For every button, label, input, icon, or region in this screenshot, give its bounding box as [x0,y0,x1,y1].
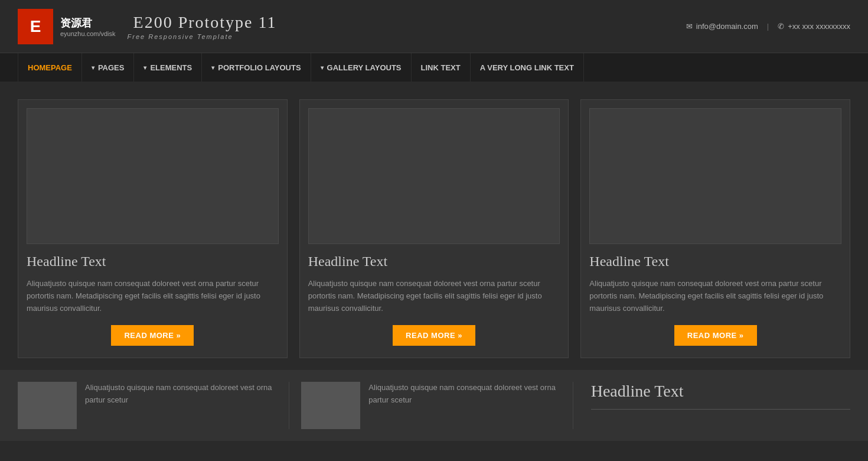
bottom-col-2-text: Aliquatjusto quisque nam consequat dolor… [368,382,560,407]
logo-icon: E [18,9,53,44]
bottom-headline: Headline Text [591,382,850,401]
card-3-read-more-button[interactable]: READ MORE » [674,325,757,346]
nav-pages[interactable]: ▾ PAGES [82,53,135,82]
card-2: Headline Text Aliquatjusto quisque nam c… [299,99,569,358]
card-3-text: Aliquatjusto quisque nam consequat dolor… [589,278,841,314]
card-2-text: Aliquatjusto quisque nam consequat dolor… [308,278,560,314]
contact-divider: | [767,22,769,31]
email-contact: ✉ info@domain.com [686,22,758,31]
pages-arrow: ▾ [92,64,94,71]
nav-link-text[interactable]: LINK TEXT [412,53,471,82]
bottom-col-1-text: Aliquatjusto quisque nam consequat dolor… [85,382,277,407]
logo-chinese: 资源君 [60,16,116,30]
card-2-read-more-button[interactable]: READ MORE » [393,325,475,346]
logo-area: E 资源君 eyunzhu.com/vdisk E200 Prototype 1… [18,9,277,44]
nav-long-link[interactable]: A VERY LONG LINK TEXT [471,53,584,82]
card-2-footer: READ MORE » [308,325,560,346]
header-contact: ✉ info@domain.com | ✆ +xx xxx xxxxxxxxx [686,22,850,31]
card-1: Headline Text Aliquatjusto quisque nam c… [18,99,288,358]
card-3-headline: Headline Text [589,254,841,270]
logo-domain: eyunzhu.com/vdisk [60,30,116,37]
portfolio-arrow: ▾ [211,64,214,71]
bottom-divider [591,409,850,410]
elements-arrow: ▾ [143,64,146,71]
card-3-image [589,108,841,244]
cards-row: Headline Text Aliquatjusto quisque nam c… [18,99,850,358]
bottom-section: Aliquatjusto quisque nam consequat dolor… [0,370,868,441]
card-1-image [27,108,279,244]
logo-text: 资源君 eyunzhu.com/vdisk [60,16,116,37]
nav-homepage[interactable]: HOMEPAGE [18,53,82,82]
card-2-headline: Headline Text [308,254,560,270]
bottom-headline-col: Headline Text [585,382,850,429]
bottom-thumbnail-1 [18,382,77,429]
nav-portfolio[interactable]: ▾ PORTFOLIO LAYOUTS [202,53,311,82]
main-content: Headline Text Aliquatjusto quisque nam c… [0,82,868,370]
navbar: HOMEPAGE ▾ PAGES ▾ ELEMENTS ▾ PORTFOLIO … [0,53,868,82]
header: E 资源君 eyunzhu.com/vdisk E200 Prototype 1… [0,0,868,53]
card-3: Headline Text Aliquatjusto quisque nam c… [580,99,850,358]
site-title: E200 Prototype 11 [133,13,277,32]
card-3-footer: READ MORE » [589,325,841,346]
nav-gallery[interactable]: ▾ GALLERY LAYOUTS [311,53,412,82]
site-subtitle: Free Responsive Template [128,33,277,40]
card-1-text: Aliquatjusto quisque nam consequat dolor… [27,278,279,314]
bottom-thumbnail-2 [301,382,360,429]
nav-elements[interactable]: ▾ ELEMENTS [134,53,202,82]
phone-icon: ✆ [778,22,784,31]
email-icon: ✉ [686,22,693,31]
gallery-arrow: ▾ [321,64,324,71]
card-1-footer: READ MORE » [27,325,279,346]
phone-contact: ✆ +xx xxx xxxxxxxxx [778,22,850,31]
bottom-col-2: Aliquatjusto quisque nam consequat dolor… [301,382,573,429]
email-text: info@domain.com [696,22,758,31]
phone-text: +xx xxx xxxxxxxxx [788,22,850,31]
card-1-headline: Headline Text [27,254,279,270]
card-2-image [308,108,560,244]
bottom-col-1: Aliquatjusto quisque nam consequat dolor… [18,382,289,429]
card-1-read-more-button[interactable]: READ MORE » [111,325,194,346]
